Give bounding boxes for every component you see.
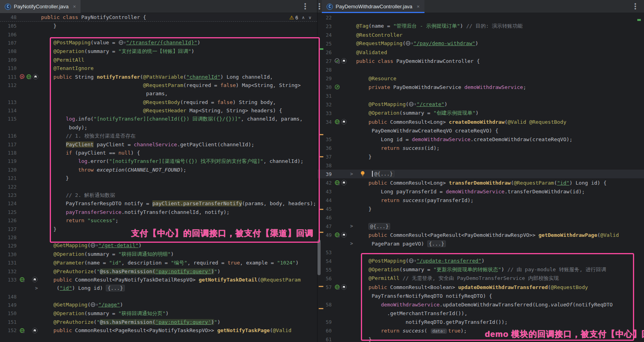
chevron-down-icon[interactable]: ∨	[414, 259, 416, 263]
code-line-124[interactable]: 124 PayTransferRespDTO notify = payClien…	[0, 199, 317, 208]
code-line-130[interactable]: 130 @Operation(summary = "获得回调通知的明细")	[0, 250, 317, 259]
line-number[interactable]: 59	[317, 319, 332, 325]
tab-options-kebab-icon[interactable]: •••	[302, 3, 308, 10]
code-line-wrap[interactable]: .getMerchantTransferId()),	[317, 309, 644, 317]
code-line-36[interactable]: 36 return success(id);	[317, 144, 644, 152]
line-number[interactable]: 116	[0, 133, 17, 139]
chevron-down-icon[interactable]: ∨	[414, 102, 416, 106]
code-line-118[interactable]: 118 if (payClient == null) {	[0, 149, 317, 157]
line-number[interactable]: 23	[317, 23, 332, 29]
code-line-35[interactable]: 35 Long id = demoWithdrawService.createD…	[317, 135, 644, 144]
api-gutter-icon[interactable]	[341, 180, 347, 185]
line-number[interactable]: 43	[317, 189, 332, 195]
line-number[interactable]: 24	[317, 32, 332, 38]
code-line-121[interactable]: 121 }	[0, 174, 317, 182]
code-line-58[interactable]: 58 demoWithdrawService.updateDemoWithdra…	[317, 300, 644, 309]
next-problem-chevron-icon[interactable]: ∨	[308, 15, 312, 20]
line-number[interactable]: 117	[0, 142, 17, 147]
url-globe-icon[interactable]	[118, 40, 124, 46]
vcs-change-marker[interactable]	[319, 209, 323, 210]
line-number[interactable]: 128	[0, 234, 17, 240]
url-globe-icon[interactable]	[90, 302, 96, 308]
globe-gutter-icon[interactable]	[334, 180, 340, 185]
line-number[interactable]: 109	[0, 57, 17, 63]
code-line-25[interactable]: 25@RequestMapping(∨"/pay/demo-withdraw")	[317, 39, 644, 48]
line-number[interactable]: 32	[317, 102, 332, 108]
vcs-change-marker[interactable]	[319, 134, 323, 135]
line-number[interactable]: 120	[0, 167, 17, 173]
line-number[interactable]: 125	[0, 209, 17, 215]
code-line-126[interactable]: 126 return "success";	[0, 216, 317, 225]
line-number[interactable]: 115	[0, 116, 17, 122]
intention-bulb-icon[interactable]	[360, 171, 365, 178]
code-line-123[interactable]: 123 // 2. 解析通知数据	[0, 191, 317, 199]
fold-chevron-icon[interactable]: >	[350, 223, 353, 229]
code-line-114[interactable]: 114 @RequestHeader Map<String, String> h…	[0, 106, 317, 115]
check-gutter-icon[interactable]	[334, 58, 340, 64]
line-number[interactable]: 28	[317, 67, 332, 73]
api-gutter-icon[interactable]	[341, 119, 347, 125]
code-line-42[interactable]: 42 public CommonResult<Long> transferDem…	[317, 178, 644, 187]
code-line-38[interactable]: 38	[317, 161, 644, 170]
code-line-116[interactable]: 116 // 1. 校验支付渠道是否存在	[0, 132, 317, 140]
line-number[interactable]: 56	[317, 276, 332, 282]
code-line-105[interactable]: 105 }	[0, 22, 317, 30]
line-number[interactable]: 22	[317, 15, 332, 21]
code-line-108[interactable]: 108 @Operation(summary = "支付渠道的统一【转账】回调"…	[0, 47, 317, 55]
code-line-wrap[interactable]: > ("id") Long id) {...}	[0, 284, 317, 292]
code-line-33[interactable]: 33 @Operation(summary = "创建示例提现单")	[317, 109, 644, 117]
code-line-39[interactable]: 39> @{...}	[317, 170, 644, 178]
line-number[interactable]: 119	[0, 158, 17, 164]
code-line-120[interactable]: 120 throw exception(CHANNEL_NOT_FOUND);	[0, 166, 317, 174]
line-number[interactable]: 152	[0, 327, 17, 333]
code-line-115[interactable]: 115 log.info("[notifyTransfer][channelId…	[0, 115, 317, 123]
code-line-148[interactable]: 148	[0, 293, 317, 301]
code-line-117[interactable]: 117 PayClient payClient = channelService…	[0, 140, 317, 148]
line-number[interactable]: 46	[317, 215, 332, 221]
fold-chevron-icon[interactable]: >	[350, 171, 353, 177]
api-gutter-icon[interactable]	[341, 58, 347, 64]
globe-gutter-icon[interactable]	[334, 284, 340, 290]
globe-gutter-icon[interactable]	[19, 328, 25, 333]
api-gutter-icon[interactable]	[32, 277, 38, 282]
globe-gutter-icon[interactable]	[334, 232, 340, 238]
tab-options-kebab-icon[interactable]: •••	[633, 3, 638, 10]
code-line-48[interactable]: 48public class PayNotifyController {	[0, 13, 317, 21]
code-line-49[interactable]: 49 public CommonResult<PageResult<PayDem…	[317, 231, 644, 239]
prev-problem-chevron-icon[interactable]: ∧	[302, 15, 305, 20]
chevron-down-icon[interactable]: ∨	[411, 42, 413, 45]
line-number[interactable]: 31	[317, 93, 332, 99]
code-line-wrap[interactable]: > PageParam pageVO) {...}	[317, 239, 644, 248]
code-line-37[interactable]: 37 }	[317, 152, 644, 161]
pane-splitter[interactable]	[317, 0, 317, 342]
code-line-53[interactable]: 53	[317, 248, 644, 257]
url-globe-icon[interactable]	[409, 102, 414, 108]
line-number[interactable]: 106	[0, 32, 17, 38]
line-number[interactable]: 126	[0, 217, 17, 223]
code-line-109[interactable]: 109 @PermitAll	[0, 56, 317, 64]
line-number[interactable]: 131	[0, 260, 17, 266]
vcs-change-marker[interactable]	[319, 232, 323, 233]
line-number[interactable]: 118	[0, 150, 17, 156]
code-line-149[interactable]: 149 @GetMapping(∨"/page")	[0, 301, 317, 309]
line-number[interactable]: 132	[0, 268, 17, 274]
line-number[interactable]: 129	[0, 243, 17, 249]
line-number[interactable]: 108	[0, 48, 17, 54]
line-number[interactable]: 34	[317, 119, 332, 125]
mbubble-gutter-icon[interactable]: m	[19, 74, 25, 79]
line-number[interactable]: 33	[317, 110, 332, 116]
code-line-133[interactable]: 133 public CommonResult<PayNotifyTaskDet…	[0, 276, 317, 284]
code-line-27[interactable]: 27public class PayDemoWithdrawController…	[317, 57, 644, 65]
api-gutter-icon[interactable]	[341, 232, 347, 238]
line-number[interactable]: 47	[317, 223, 332, 229]
editor-pane-left[interactable]: 48public class PayNotifyController { ⚠ 6…	[0, 13, 317, 342]
code-line-24[interactable]: 24@RestController	[317, 30, 644, 39]
code-line-59[interactable]: 59 notifyReqDTO.getPayTransferId());	[317, 317, 644, 326]
api-gutter-icon[interactable]	[341, 284, 347, 290]
tab-paydemowithdrawcontroller[interactable]: C PayDemoWithdrawController.java ×	[322, 0, 424, 13]
line-number[interactable]: 61	[317, 336, 332, 342]
api-gutter-icon[interactable]	[32, 328, 38, 333]
code-line-29[interactable]: 29 @Resource	[317, 74, 644, 83]
line-number[interactable]: 112	[0, 82, 17, 88]
code-line-129[interactable]: 129 @GetMapping(∨"/get-detail")	[0, 242, 317, 250]
